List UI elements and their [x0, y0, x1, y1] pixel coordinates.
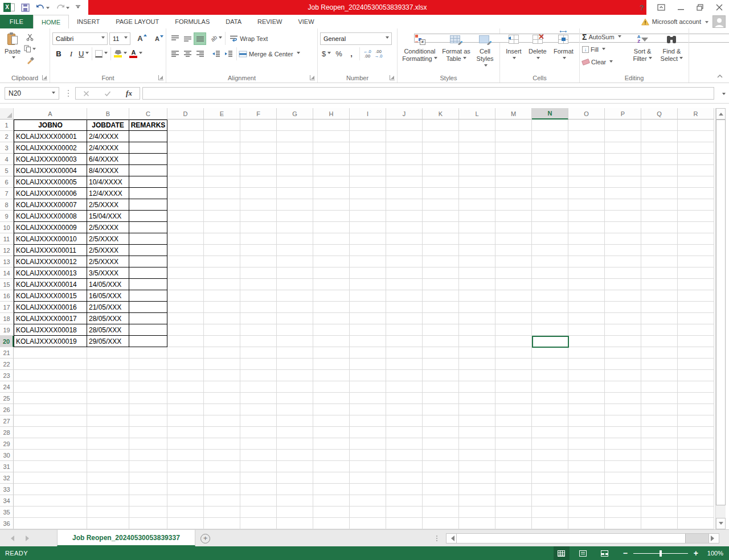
cell-C19[interactable] — [129, 324, 167, 336]
copy-button[interactable] — [23, 43, 37, 54]
cell-A5[interactable]: KOLAIJXXXX00004 — [14, 165, 87, 176]
cell-G10[interactable] — [277, 222, 313, 233]
italic-button[interactable]: I — [65, 48, 77, 60]
row-header-18[interactable]: 18 — [0, 313, 14, 324]
cell-I31[interactable] — [350, 461, 386, 472]
cell-E33[interactable] — [204, 484, 240, 495]
row-header-24[interactable]: 24 — [0, 381, 14, 393]
cell-F19[interactable] — [240, 324, 277, 336]
column-header-m[interactable]: M — [495, 108, 532, 120]
cell-L14[interactable] — [459, 267, 495, 279]
formula-input[interactable] — [142, 87, 714, 100]
cell-I15[interactable] — [350, 279, 386, 290]
cell-M6[interactable] — [495, 176, 532, 188]
zoom-in-button[interactable]: + — [691, 549, 701, 558]
cell-N14[interactable] — [532, 267, 568, 279]
cell-M7[interactable] — [495, 188, 532, 199]
cell-E35[interactable] — [204, 507, 240, 518]
cell-B18[interactable]: 28/05/XXX — [87, 313, 129, 324]
cell-H32[interactable] — [313, 472, 350, 484]
zoom-out-button[interactable]: − — [621, 549, 630, 558]
cell-M13[interactable] — [495, 256, 532, 267]
cell-L30[interactable] — [459, 450, 495, 461]
cell-E3[interactable] — [204, 142, 240, 154]
tab-insert[interactable]: INSERT — [69, 15, 108, 28]
cell-K28[interactable] — [423, 427, 459, 438]
cell-N23[interactable] — [532, 370, 568, 381]
cell-H13[interactable] — [313, 256, 350, 267]
cell-B11[interactable]: 2/5/XXXX — [87, 233, 129, 245]
column-header-e[interactable]: E — [204, 108, 240, 120]
cell-N2[interactable] — [532, 131, 568, 142]
cell-E27[interactable] — [204, 415, 240, 427]
cell-P10[interactable] — [605, 222, 641, 233]
cell-P6[interactable] — [605, 176, 641, 188]
cell-Q8[interactable] — [641, 199, 678, 211]
cancel-formula-icon[interactable] — [83, 90, 89, 97]
cell-N27[interactable] — [532, 415, 568, 427]
cell-E5[interactable] — [204, 165, 240, 176]
cell-D16[interactable] — [167, 290, 204, 302]
cell-C25[interactable] — [129, 393, 167, 404]
row-header-36[interactable]: 36 — [0, 518, 14, 529]
cell-F1[interactable] — [240, 120, 277, 131]
cell-N1[interactable] — [532, 120, 568, 131]
cell-R4[interactable] — [678, 154, 714, 165]
cell-D2[interactable] — [167, 131, 204, 142]
cell-F28[interactable] — [240, 427, 277, 438]
cell-M30[interactable] — [495, 450, 532, 461]
cell-C33[interactable] — [129, 484, 167, 495]
avatar[interactable] — [712, 15, 726, 28]
tab-file[interactable]: FILE — [0, 15, 33, 28]
cell-G27[interactable] — [277, 415, 313, 427]
cell-D24[interactable] — [167, 381, 204, 393]
cell-P34[interactable] — [605, 495, 641, 507]
cell-H9[interactable] — [313, 211, 350, 222]
cell-F12[interactable] — [240, 245, 277, 256]
cell-L36[interactable] — [459, 518, 495, 529]
cell-N21[interactable] — [532, 347, 568, 359]
cell-F3[interactable] — [240, 142, 277, 154]
wrap-text-button[interactable]: Wrap Text — [230, 34, 268, 44]
cell-B28[interactable] — [87, 427, 129, 438]
align-bottom-button[interactable] — [194, 32, 206, 45]
cell-I20[interactable] — [350, 336, 386, 347]
cell-K10[interactable] — [423, 222, 459, 233]
cell-E24[interactable] — [204, 381, 240, 393]
cell-I5[interactable] — [350, 165, 386, 176]
column-header-a[interactable]: A — [14, 108, 87, 120]
cell-F33[interactable] — [240, 484, 277, 495]
cell-N4[interactable] — [532, 154, 568, 165]
column-header-p[interactable]: P — [605, 108, 641, 120]
cell-E8[interactable] — [204, 199, 240, 211]
cell-B27[interactable] — [87, 415, 129, 427]
cell-D3[interactable] — [167, 142, 204, 154]
cell-J23[interactable] — [386, 370, 423, 381]
column-header-n[interactable]: N — [532, 108, 568, 120]
cell-N35[interactable] — [532, 507, 568, 518]
cell-B10[interactable]: 2/5/XXXX — [87, 222, 129, 233]
cell-M3[interactable] — [495, 142, 532, 154]
cell-J25[interactable] — [386, 393, 423, 404]
cell-K11[interactable] — [423, 233, 459, 245]
ribbon-display-options-button[interactable] — [654, 1, 669, 14]
cell-F24[interactable] — [240, 381, 277, 393]
cell-E15[interactable] — [204, 279, 240, 290]
cell-L18[interactable] — [459, 313, 495, 324]
cell-G2[interactable] — [277, 131, 313, 142]
cell-E11[interactable] — [204, 233, 240, 245]
clipboard-dialog-launcher[interactable] — [42, 75, 47, 80]
vertical-scrollbar-thumb[interactable] — [716, 120, 726, 505]
cell-C28[interactable] — [129, 427, 167, 438]
cell-L35[interactable] — [459, 507, 495, 518]
cell-I16[interactable] — [350, 290, 386, 302]
cell-O13[interactable] — [568, 256, 605, 267]
scroll-up-button[interactable] — [716, 108, 726, 120]
collapse-ribbon-button[interactable] — [716, 72, 723, 80]
cell-H29[interactable] — [313, 438, 350, 450]
tab-review[interactable]: REVIEW — [249, 15, 290, 28]
cell-R30[interactable] — [678, 450, 714, 461]
cut-button[interactable] — [23, 32, 37, 43]
cell-C5[interactable] — [129, 165, 167, 176]
scroll-down-button[interactable] — [716, 518, 726, 529]
